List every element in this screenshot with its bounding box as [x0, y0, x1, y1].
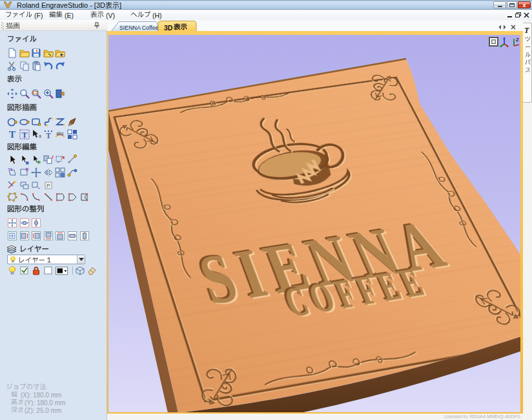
svg-text:ab: ab [39, 134, 41, 138]
svg-text:P: P [46, 183, 50, 189]
svg-text:x: x [62, 154, 65, 160]
svg-text:abc: abc [56, 131, 64, 136]
svg-text:T: T [46, 131, 51, 140]
svg-text:z: z [52, 154, 54, 159]
svg-text:Z: Z [516, 37, 519, 43]
svg-text:T: T [9, 129, 15, 140]
svg-text:T: T [22, 130, 28, 140]
